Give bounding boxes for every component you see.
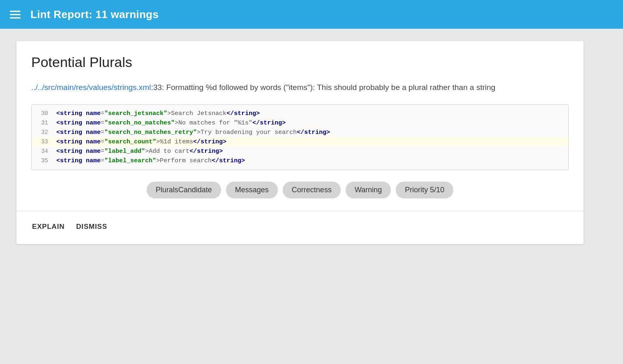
divider — [16, 211, 584, 211]
code-text: <string name="label_add">Add to cart</st… — [56, 148, 223, 155]
tag-correctness[interactable]: Correctness — [283, 182, 341, 198]
issue-description-text: :33: Formatting %d followed by words ("i… — [151, 83, 495, 92]
code-line: 32 <string name="search_no_matches_retry… — [32, 128, 568, 137]
issue-description: ../../src/main/res/values/strings.xml:33… — [31, 82, 569, 94]
tags-row: PluralsCandidate Messages Correctness Wa… — [31, 182, 569, 198]
tag-warning[interactable]: Warning — [346, 182, 391, 198]
topbar: Lint Report: 11 warnings — [0, 0, 623, 29]
line-number: 30 — [32, 110, 56, 117]
lint-card: Potential Plurals ../../src/main/res/val… — [16, 41, 584, 244]
code-text: <string name="search_no_matches_retry">T… — [56, 129, 330, 136]
tag-messages[interactable]: Messages — [226, 182, 278, 198]
code-line-highlighted: 33 <string name="search_count">%1d items… — [32, 137, 568, 147]
code-line: 31 <string name="search_no_matches">No m… — [32, 118, 568, 128]
line-number: 32 — [32, 129, 56, 136]
code-text: <string name="search_jetsnack">Search Je… — [56, 110, 260, 117]
code-text: <string name="search_no_matches">No matc… — [56, 120, 286, 127]
code-line: 35 <string name="label_search">Perform s… — [32, 156, 568, 166]
code-block: 30 <string name="search_jetsnack">Search… — [31, 104, 569, 170]
card-title: Potential Plurals — [31, 54, 569, 70]
topbar-title: Lint Report: 11 warnings — [30, 8, 159, 21]
code-line: 34 <string name="label_add">Add to cart<… — [32, 147, 568, 156]
tag-plurals-candidate[interactable]: PluralsCandidate — [147, 182, 221, 198]
line-number: 34 — [32, 148, 56, 154]
explain-button[interactable]: EXPLAIN — [31, 221, 65, 233]
dismiss-button[interactable]: DISMISS — [75, 221, 108, 233]
footer-buttons: EXPLAIN DISMISS — [31, 219, 569, 233]
line-number: 35 — [32, 157, 56, 164]
code-text: <string name="label_search">Perform sear… — [56, 157, 245, 164]
line-number: 31 — [32, 120, 56, 126]
tag-priority[interactable]: Priority 5/10 — [396, 182, 453, 198]
code-line: 30 <string name="search_jetsnack">Search… — [32, 109, 568, 118]
issue-file-link[interactable]: ../../src/main/res/values/strings.xml — [31, 83, 151, 92]
content-area: Potential Plurals ../../src/main/res/val… — [0, 29, 623, 256]
menu-icon[interactable] — [10, 11, 21, 18]
code-text: <string name="search_count">%1d items</s… — [56, 138, 226, 145]
line-number: 33 — [32, 138, 56, 145]
